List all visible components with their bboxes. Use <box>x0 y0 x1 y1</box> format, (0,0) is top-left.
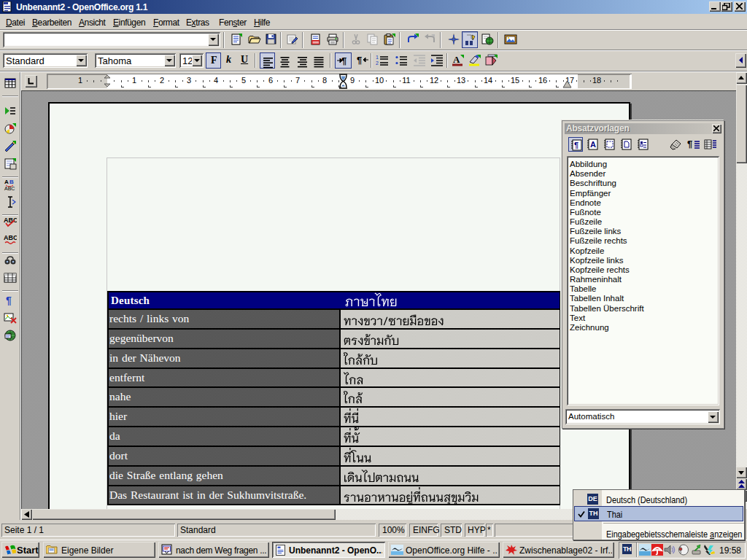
svg-text:2: 2 <box>376 61 379 66</box>
svg-text:¶: ¶ <box>687 139 692 149</box>
svg-text:A: A <box>4 179 9 185</box>
svg-text:1: 1 <box>376 55 379 60</box>
svg-text:ABC: ABC <box>4 217 17 224</box>
svg-text:ABC: ABC <box>4 186 15 191</box>
svg-text:¶: ¶ <box>6 295 12 306</box>
svg-text:B: B <box>9 179 14 185</box>
svg-text:ABC: ABC <box>4 234 17 241</box>
svg-text:A: A <box>590 140 596 149</box>
svg-text:¶: ¶ <box>574 141 578 149</box>
svg-text:A: A <box>453 54 460 65</box>
